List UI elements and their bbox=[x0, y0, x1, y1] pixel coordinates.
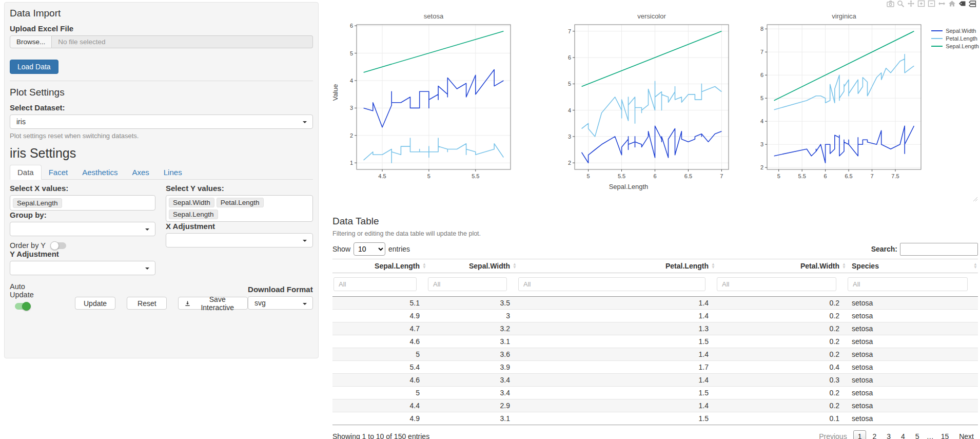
table-cell[interactable]: 3.4 bbox=[427, 387, 517, 399]
tab-data[interactable]: Data bbox=[10, 165, 42, 180]
page-length-select[interactable]: 10 bbox=[354, 242, 385, 256]
table-cell[interactable]: 0.2 bbox=[716, 335, 847, 348]
table-row[interactable]: 4.42.91.40.2setosa bbox=[332, 399, 978, 412]
order-by-y-toggle[interactable] bbox=[51, 242, 66, 249]
pagination-page-5[interactable]: 5 bbox=[911, 431, 924, 439]
table-cell[interactable]: 1.4 bbox=[517, 310, 716, 322]
modebar-hover-closest-icon[interactable] bbox=[958, 0, 967, 7]
table-cell[interactable]: 1.4 bbox=[517, 297, 716, 310]
selected-value-tag[interactable]: Sepal.Length bbox=[13, 198, 62, 208]
legend-item-sepal-width[interactable]: Sepal.Width bbox=[931, 28, 979, 34]
table-cell[interactable]: 3 bbox=[427, 310, 517, 322]
save-interactive-button[interactable]: Save Interactive bbox=[178, 297, 248, 310]
modebar-hover-compare-icon[interactable] bbox=[968, 0, 977, 7]
legend-item-sepal-length[interactable]: Sepal.Length bbox=[931, 43, 979, 49]
browse-button[interactable]: Browse... bbox=[10, 35, 52, 48]
table-cell[interactable]: 1.7 bbox=[517, 361, 716, 374]
filter-input-petal-width[interactable] bbox=[717, 277, 836, 291]
table-cell[interactable]: 1.4 bbox=[517, 374, 716, 387]
table-row[interactable]: 5.43.91.70.4setosa bbox=[332, 361, 978, 374]
table-row[interactable]: 53.41.50.2setosa bbox=[332, 387, 978, 399]
column-header-petal-width[interactable]: Petal.Width▲▼ bbox=[716, 259, 847, 273]
selected-value-tag[interactable]: Petal.Length bbox=[217, 198, 264, 207]
x-values-input[interactable]: Sepal.Length bbox=[10, 195, 155, 211]
table-cell[interactable]: setosa bbox=[847, 297, 978, 310]
table-cell[interactable]: setosa bbox=[847, 348, 978, 361]
table-cell[interactable]: 0.2 bbox=[716, 387, 847, 399]
y-values-input[interactable]: Sepal.WidthPetal.LengthSepal.Length bbox=[166, 195, 313, 222]
y-adjustment-select[interactable] bbox=[10, 261, 155, 275]
facet-plot-virginica[interactable]: virginica234567855.566.577.5 bbox=[747, 10, 931, 187]
table-cell[interactable]: 0.1 bbox=[716, 412, 847, 425]
table-cell[interactable]: 1.4 bbox=[517, 399, 716, 412]
table-cell[interactable]: 4.4 bbox=[332, 399, 427, 412]
table-cell[interactable]: 0.2 bbox=[716, 310, 847, 322]
table-cell[interactable]: 1.5 bbox=[517, 335, 716, 348]
modebar-zoom-in-icon[interactable] bbox=[917, 0, 926, 7]
table-cell[interactable]: 4.9 bbox=[332, 310, 427, 322]
modebar-camera-icon[interactable] bbox=[886, 0, 895, 7]
pagination-page-15[interactable]: 15 bbox=[937, 431, 953, 439]
table-cell[interactable]: 0.2 bbox=[716, 297, 847, 310]
modebar-reset-home-icon[interactable] bbox=[948, 0, 956, 7]
table-row[interactable]: 5.13.51.40.2setosa bbox=[332, 297, 978, 310]
x-adjustment-select[interactable] bbox=[166, 233, 313, 247]
table-row[interactable]: 4.63.41.40.3setosa bbox=[332, 374, 978, 387]
facet-plot-setosa[interactable]: setosa1234564.555.5 bbox=[336, 10, 521, 187]
table-cell[interactable]: setosa bbox=[847, 335, 978, 348]
modebar-pan-icon[interactable] bbox=[907, 0, 915, 7]
table-cell[interactable]: 1.3 bbox=[517, 322, 716, 335]
modebar-autoscale-icon[interactable] bbox=[937, 0, 946, 7]
table-cell[interactable]: 3.5 bbox=[427, 297, 517, 310]
table-cell[interactable]: 0.4 bbox=[716, 361, 847, 374]
file-name-field[interactable]: No file selected bbox=[52, 35, 313, 48]
table-cell[interactable]: 1.4 bbox=[517, 348, 716, 361]
table-cell[interactable]: 0.2 bbox=[716, 322, 847, 335]
pagination-page-1[interactable]: 1 bbox=[853, 430, 867, 439]
table-cell[interactable]: 0.2 bbox=[716, 399, 847, 412]
table-cell[interactable]: 4.6 bbox=[332, 335, 427, 348]
series-line-sepal-length[interactable] bbox=[582, 31, 722, 87]
reset-button[interactable]: Reset bbox=[127, 297, 167, 310]
column-header-species[interactable]: Species▲▼ bbox=[847, 259, 978, 273]
table-cell[interactable]: 0.3 bbox=[716, 374, 847, 387]
table-row[interactable]: 4.931.40.2setosa bbox=[332, 310, 978, 322]
filter-input-sepal-width[interactable] bbox=[428, 277, 507, 291]
table-cell[interactable]: 3.4 bbox=[427, 374, 517, 387]
table-cell[interactable]: setosa bbox=[847, 374, 978, 387]
table-cell[interactable]: setosa bbox=[847, 361, 978, 374]
pagination-page-2[interactable]: 2 bbox=[868, 431, 880, 439]
table-cell[interactable]: 4.6 bbox=[332, 374, 427, 387]
series-line-petal-length[interactable] bbox=[774, 54, 914, 110]
table-cell[interactable]: setosa bbox=[847, 387, 978, 399]
pagination-page-4[interactable]: 4 bbox=[897, 431, 909, 439]
table-search-input[interactable] bbox=[900, 243, 978, 256]
series-line-sepal-width[interactable] bbox=[364, 70, 504, 127]
series-line-petal-length[interactable] bbox=[364, 138, 504, 163]
table-row[interactable]: 4.63.11.50.2setosa bbox=[332, 335, 978, 348]
modebar-zoom-out-icon[interactable] bbox=[927, 0, 936, 7]
update-button[interactable]: Update bbox=[75, 297, 116, 310]
filter-input-sepal-length[interactable] bbox=[334, 277, 417, 291]
group-by-select[interactable] bbox=[10, 222, 155, 236]
resize-handle-icon[interactable] bbox=[972, 196, 978, 202]
table-cell[interactable]: 4.9 bbox=[332, 412, 427, 425]
table-cell[interactable]: 3.1 bbox=[427, 412, 517, 425]
column-header-petal-length[interactable]: Petal.Length▲▼ bbox=[517, 259, 716, 273]
table-cell[interactable]: 5.4 bbox=[332, 361, 427, 374]
selected-value-tag[interactable]: Sepal.Width bbox=[169, 198, 214, 207]
tab-aesthetics[interactable]: Aesthetics bbox=[75, 165, 125, 179]
table-row[interactable]: 4.73.21.30.2setosa bbox=[332, 322, 978, 335]
table-cell[interactable]: 3.9 bbox=[427, 361, 517, 374]
table-cell[interactable]: 3.2 bbox=[427, 322, 517, 335]
table-cell[interactable]: setosa bbox=[847, 412, 978, 425]
table-cell[interactable]: 3.1 bbox=[427, 335, 517, 348]
table-row[interactable]: 53.61.40.2setosa bbox=[332, 348, 978, 361]
download-format-select[interactable]: svg bbox=[248, 296, 313, 310]
table-cell[interactable]: setosa bbox=[847, 399, 978, 412]
table-cell[interactable]: 2.9 bbox=[427, 399, 517, 412]
table-cell[interactable]: 4.7 bbox=[332, 322, 427, 335]
table-cell[interactable]: 5 bbox=[332, 348, 427, 361]
series-line-sepal-width[interactable] bbox=[582, 126, 722, 163]
facet-plot-versicolor[interactable]: versicolor23456755.566.57 bbox=[554, 10, 739, 187]
